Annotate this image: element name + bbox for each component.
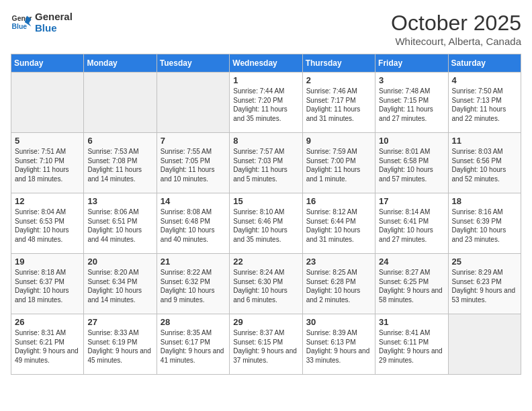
sunrise-label: Sunrise: 8:16 AM [452,208,503,216]
day-number: 4 [452,75,517,85]
sunrise-label: Sunrise: 8:08 AM [161,208,212,216]
sunrise-label: Sunrise: 8:22 AM [161,269,212,276]
sunrise-label: Sunrise: 8:03 AM [452,148,503,155]
sunset-label: Sunset: 6:53 PM [15,218,64,225]
sunset-label: Sunset: 6:41 PM [379,218,429,225]
sunrise-label: Sunrise: 8:37 AM [233,329,284,336]
day-cell-11: 11Sunrise: 8:03 AMSunset: 6:56 PMDayligh… [448,133,521,193]
sunset-label: Sunset: 6:44 PM [306,218,356,225]
week-row-1: 1Sunrise: 7:44 AMSunset: 7:20 PMDaylight… [11,73,521,133]
empty-cell [11,73,84,133]
day-number: 29 [233,317,298,327]
svg-text:Blue: Blue [12,23,28,30]
sunrise-label: Sunrise: 8:10 AM [233,208,284,216]
daylight-label: Daylight: 10 hours and 18 minutes. [15,287,69,304]
sunset-label: Sunset: 6:48 PM [161,218,210,225]
day-number: 7 [161,136,226,146]
weekday-header-row: SundayMondayTuesdayWednesdayThursdayFrid… [11,54,521,73]
sunrise-label: Sunrise: 7:44 AM [233,87,284,95]
sunset-label: Sunset: 6:17 PM [161,338,210,346]
sunset-label: Sunset: 6:19 PM [87,338,137,346]
daylight-label: Daylight: 11 hours and 1 minute. [306,166,361,183]
daylight-label: Daylight: 11 hours and 31 minutes. [306,105,361,122]
day-cell-29: 29Sunrise: 8:37 AMSunset: 6:15 PMDayligh… [230,314,302,375]
weekday-header-tuesday: Tuesday [157,54,229,73]
sunrise-label: Sunrise: 7:53 AM [87,148,138,155]
daylight-label: Daylight: 10 hours and 40 minutes. [161,226,215,243]
day-info: Sunrise: 7:57 AMSunset: 7:03 PMDaylight:… [233,147,298,183]
sunrise-label: Sunrise: 8:27 AM [379,269,430,276]
week-row-3: 12Sunrise: 8:04 AMSunset: 6:53 PMDayligh… [11,193,521,254]
sunrise-label: Sunrise: 7:55 AM [161,148,212,155]
day-cell-27: 27Sunrise: 8:33 AMSunset: 6:19 PMDayligh… [84,314,157,375]
day-number: 6 [87,136,152,146]
sunset-label: Sunset: 6:32 PM [161,278,210,285]
day-info: Sunrise: 7:55 AMSunset: 7:05 PMDaylight:… [161,147,226,183]
day-info: Sunrise: 8:27 AMSunset: 6:25 PMDaylight:… [379,268,444,304]
day-info: Sunrise: 8:22 AMSunset: 6:32 PMDaylight:… [161,268,226,304]
daylight-label: Daylight: 10 hours and 27 minutes. [379,226,433,243]
logo-icon: General Blue [11,11,32,33]
day-info: Sunrise: 7:44 AMSunset: 7:20 PMDaylight:… [233,87,298,123]
sunset-label: Sunset: 7:08 PM [87,157,137,165]
daylight-label: Daylight: 11 hours and 10 minutes. [161,166,215,183]
daylight-label: Daylight: 10 hours and 52 minutes. [452,166,506,183]
sunrise-label: Sunrise: 8:12 AM [306,208,357,216]
sunrise-label: Sunrise: 7:59 AM [306,148,357,155]
daylight-label: Daylight: 10 hours and 57 minutes. [379,166,433,183]
weekday-header-friday: Friday [375,54,448,73]
week-row-2: 5Sunrise: 7:51 AMSunset: 7:10 PMDaylight… [11,133,521,193]
day-info: Sunrise: 8:12 AMSunset: 6:44 PMDaylight:… [306,208,371,244]
day-cell-22: 22Sunrise: 8:24 AMSunset: 6:30 PMDayligh… [230,254,302,314]
day-cell-19: 19Sunrise: 8:18 AMSunset: 6:37 PMDayligh… [11,254,84,314]
daylight-label: Daylight: 9 hours and 49 minutes. [15,347,79,364]
day-info: Sunrise: 8:33 AMSunset: 6:19 PMDaylight:… [87,328,152,365]
day-number: 15 [233,196,298,206]
sunrise-label: Sunrise: 8:18 AM [15,269,66,276]
daylight-label: Daylight: 10 hours and 48 minutes. [15,226,69,243]
day-cell-15: 15Sunrise: 8:10 AMSunset: 6:46 PMDayligh… [230,193,302,254]
daylight-label: Daylight: 9 hours and 33 minutes. [306,347,370,364]
day-info: Sunrise: 8:06 AMSunset: 6:51 PMDaylight:… [87,208,152,244]
calendar-table: SundayMondayTuesdayWednesdayThursdayFrid… [11,54,521,375]
daylight-label: Daylight: 9 hours and 53 minutes. [452,287,516,304]
empty-cell [448,314,521,375]
day-info: Sunrise: 8:08 AMSunset: 6:48 PMDaylight:… [161,208,226,244]
day-number: 8 [233,136,298,146]
sunset-label: Sunset: 6:28 PM [306,278,356,285]
sunrise-label: Sunrise: 7:46 AM [306,87,357,95]
daylight-label: Daylight: 9 hours and 41 minutes. [161,347,224,364]
sunrise-label: Sunrise: 7:51 AM [15,148,66,155]
sunset-label: Sunset: 6:56 PM [452,157,502,165]
day-info: Sunrise: 8:24 AMSunset: 6:30 PMDaylight:… [233,268,298,304]
day-number: 14 [161,196,226,206]
weekday-header-wednesday: Wednesday [230,54,302,73]
sunrise-label: Sunrise: 7:50 AM [452,87,503,95]
day-cell-3: 3Sunrise: 7:48 AMSunset: 7:15 PMDaylight… [375,73,448,133]
sunrise-label: Sunrise: 8:04 AM [15,208,66,216]
daylight-label: Daylight: 11 hours and 35 minutes. [233,105,287,122]
logo: General Blue General Blue [11,11,73,34]
sunrise-label: Sunrise: 8:01 AM [379,148,430,155]
day-cell-25: 25Sunrise: 8:29 AMSunset: 6:23 PMDayligh… [448,254,521,314]
day-number: 19 [15,257,80,267]
daylight-label: Daylight: 10 hours and 14 minutes. [87,287,142,304]
sunset-label: Sunset: 7:20 PM [233,97,283,104]
weekday-header-thursday: Thursday [302,54,375,73]
sunset-label: Sunset: 7:00 PM [306,157,356,165]
day-number: 9 [306,136,371,146]
sunset-label: Sunset: 6:39 PM [452,218,502,225]
daylight-label: Daylight: 10 hours and 23 minutes. [452,226,506,243]
logo-blue: Blue [35,22,73,34]
day-info: Sunrise: 7:50 AMSunset: 7:13 PMDaylight:… [452,87,517,123]
day-info: Sunrise: 8:04 AMSunset: 6:53 PMDaylight:… [15,208,80,244]
weekday-header-saturday: Saturday [448,54,521,73]
day-number: 28 [161,317,226,327]
sunrise-label: Sunrise: 8:33 AM [87,329,138,336]
sunrise-label: Sunrise: 8:35 AM [161,329,212,336]
day-cell-24: 24Sunrise: 8:27 AMSunset: 6:25 PMDayligh… [375,254,448,314]
sunset-label: Sunset: 6:30 PM [233,278,283,285]
sunset-label: Sunset: 6:51 PM [87,218,137,225]
daylight-label: Daylight: 11 hours and 5 minutes. [233,166,287,183]
day-number: 12 [15,196,80,206]
